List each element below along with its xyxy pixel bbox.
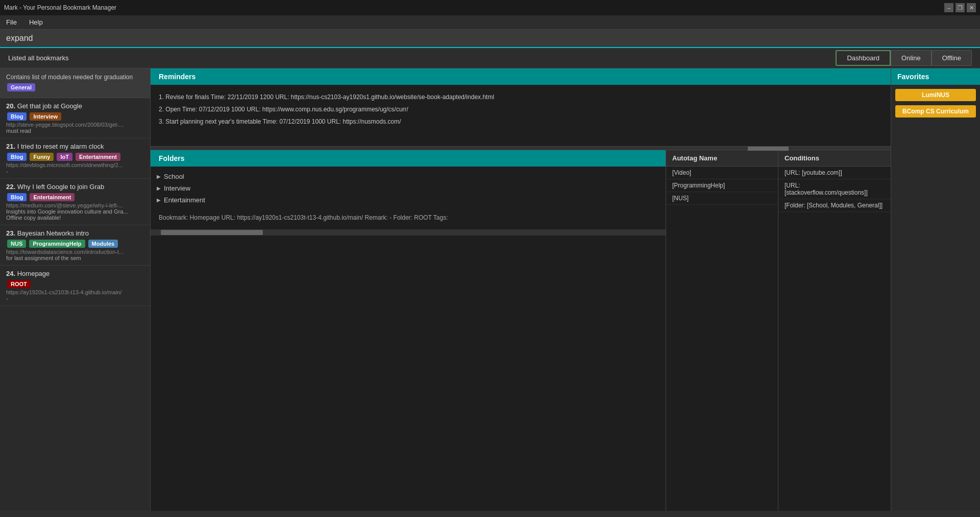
autotag-header: Autotag Name (666, 150, 778, 167)
bookmark-item[interactable]: 24. Homepage ROOT https://ay1920s1-cs210… (0, 266, 150, 306)
bookmark-title: Why I left Google to join Grab (17, 183, 105, 191)
tag-badge: Funny (30, 153, 54, 161)
bottom-scrollbar[interactable] (151, 229, 666, 236)
bookmark-number-title: 23. Bayesian Networks intro (6, 229, 144, 237)
bookmark-item[interactable]: 20. Get that job at Google BlogInterview… (0, 98, 150, 138)
tab-group: Dashboard Online Offline (836, 50, 972, 66)
bookmark-item[interactable]: 21. I tried to reset my alarm clock Blog… (0, 138, 150, 179)
search-input[interactable] (6, 34, 210, 43)
bookmark-tags: ROOT (6, 279, 144, 289)
conditions-panel: Conditions [URL: [youtube.com]][URL: [st… (778, 150, 891, 511)
bookmark-tags: BlogEntertainment (6, 192, 144, 202)
conditions-header: Conditions (778, 150, 891, 167)
bookmark-info-row: Bookmark: Homepage URL: https://ay1920s1… (151, 210, 666, 225)
tab-dashboard[interactable]: Dashboard (836, 50, 891, 66)
close-button[interactable]: ✕ (967, 3, 976, 12)
bookmark-remark: for last assignment of the sem (6, 255, 144, 261)
folder-school[interactable]: ▶ School (151, 171, 666, 182)
folder-school-arrow: ▶ (157, 174, 161, 179)
title-bar-title: Mark - Your Personal Bookmark Manager (4, 4, 116, 11)
minimize-button[interactable]: – (944, 3, 953, 12)
tag-badge: NUS (7, 240, 26, 248)
menu-help[interactable]: Help (27, 17, 45, 27)
bookmark-tags: BlogInterview (6, 111, 144, 122)
bookmark-title: I tried to reset my alarm clock (17, 143, 104, 150)
bookmark-remark: - (6, 168, 144, 174)
bookmark-url: https://medium.com/@steve.yegge/why-i-le… (6, 202, 144, 208)
sidebar: Contains list of modules needed for grad… (0, 68, 151, 511)
tag-badge: Blog (7, 112, 27, 121)
autotag-panel: Autotag Name [Video][ProgrammingHelp][NU… (666, 150, 778, 511)
condition-item: [URL: [youtube.com]] (778, 167, 891, 179)
offline-copy-text: Offline copy available! (6, 215, 144, 221)
favorite-btn-bcomp[interactable]: BComp CS Curriculum (895, 105, 976, 118)
bookmark-url: https://towardsdatascience.com/introduct… (6, 249, 144, 255)
condition-item: [Folder: [School, Modules, General]] (778, 199, 891, 212)
folder-interview[interactable]: ▶ Interview (151, 182, 666, 194)
bookmark-list: 20. Get that job at Google BlogInterview… (0, 98, 150, 306)
favorites-panel: Favorites LumiNUSBComp CS Curriculum (891, 68, 980, 511)
title-bar-controls: – ❐ ✕ (944, 3, 976, 12)
scroll-area[interactable] (151, 146, 891, 150)
tab-online[interactable]: Online (891, 50, 932, 66)
folder-list: ▶ School ▶ Interview ▶ Entertainment (151, 167, 666, 210)
condition-item: [URL: [stackoverflow.com/questions]] (778, 179, 891, 199)
tag-badge: IoT (57, 153, 72, 161)
folders-header: Folders (151, 150, 666, 167)
bookmark-number-title: 20. Get that job at Google (6, 102, 144, 110)
favorite-btn-luminus[interactable]: LumiNUS (895, 89, 976, 101)
sidebar-info: Contains list of modules needed for grad… (0, 68, 150, 98)
bookmark-title: Homepage (17, 270, 50, 277)
favorites-list: LumiNUSBComp CS Curriculum (891, 89, 980, 118)
tab-offline[interactable]: Offline (932, 50, 972, 66)
bookmark-remark: Insights into Google innovation culture … (6, 208, 144, 215)
bookmark-title: Bayesian Networks intro (17, 229, 89, 237)
bookmark-tags: NUSProgrammingHelpModules (6, 239, 144, 249)
folder-school-label: School (164, 173, 184, 180)
reminders-list: 1. Revise for finals Time: 22/11/2019 12… (159, 91, 883, 128)
tag-badge: Entertainment (76, 153, 120, 161)
bookmark-url: http://steve-yegge.blogspot.com/2008/03/… (6, 122, 144, 128)
scroll-thumb (748, 147, 789, 151)
bookmark-number: 24. (6, 270, 15, 277)
bookmark-remark: - (6, 295, 144, 301)
sidebar-info-text: Contains list of modules needed for grad… (6, 74, 133, 81)
folder-entertainment-arrow: ▶ (157, 197, 161, 203)
bookmark-title: Get that job at Google (17, 102, 82, 110)
status-text: Listed all bookmarks (8, 54, 69, 62)
title-bar-left: Mark - Your Personal Bookmark Manager (4, 4, 116, 11)
bottom-panels: Folders ▶ School ▶ Interview ▶ Entertain… (151, 150, 891, 511)
bookmark-number: 21. (6, 143, 15, 150)
autotag-item: [Video] (666, 167, 778, 179)
folder-entertainment[interactable]: ▶ Entertainment (151, 194, 666, 206)
folder-interview-arrow: ▶ (157, 185, 161, 191)
restore-button[interactable]: ❐ (955, 3, 965, 12)
bookmark-item[interactable]: 22. Why I left Google to join Grab BlogE… (0, 179, 150, 225)
bookmark-number: 20. (6, 102, 15, 110)
search-bar (0, 30, 980, 48)
bookmark-item[interactable]: 23. Bayesian Networks intro NUSProgrammi… (0, 225, 150, 266)
reminder-item: 3. Start planning next year's timetable … (159, 115, 883, 128)
sidebar-info-tags: General (6, 82, 144, 92)
tag-badge: Interview (30, 112, 61, 121)
reminder-item: 1. Revise for finals Time: 22/11/2019 12… (159, 91, 883, 103)
tag-badge: Blog (7, 153, 27, 161)
reminder-item: 2. Open Time: 07/12/2019 1000 URL: https… (159, 103, 883, 115)
autotag-list: [Video][ProgrammingHelp][NUS] (666, 167, 778, 205)
folder-entertainment-label: Entertainment (164, 196, 205, 204)
autotag-item: [NUS] (666, 192, 778, 205)
bookmark-number: 22. (6, 183, 15, 191)
bookmark-number-title: 21. I tried to reset my alarm clock (6, 143, 144, 150)
reminders-header: Reminders (151, 68, 891, 85)
title-bar: Mark - Your Personal Bookmark Manager – … (0, 0, 980, 15)
tag-badge: Blog (7, 193, 27, 201)
tag-badge: Modules (88, 240, 118, 248)
reminders-panel: 1. Revise for finals Time: 22/11/2019 12… (151, 85, 891, 146)
status-bar: Listed all bookmarks Dashboard Online Of… (0, 48, 980, 68)
tag-badge: ROOT (7, 280, 31, 288)
bookmark-tags: BlogFunnyIoTEntertainment (6, 152, 144, 162)
folders-panel: Folders ▶ School ▶ Interview ▶ Entertain… (151, 150, 666, 511)
menu-file[interactable]: File (4, 17, 19, 27)
tag-general[interactable]: General (7, 83, 35, 91)
tag-badge: Entertainment (30, 193, 75, 201)
